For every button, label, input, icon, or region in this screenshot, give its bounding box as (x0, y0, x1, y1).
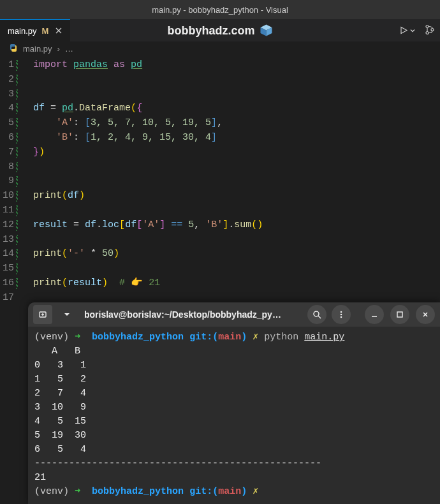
center-url-text: bobbyhadz.com (167, 24, 254, 37)
search-icon[interactable] (307, 305, 326, 324)
breadcrumb-more: … (65, 44, 73, 54)
line-number: 10 (0, 189, 14, 204)
tab-dropdown-button[interactable] (57, 305, 77, 324)
svg-rect-12 (397, 312, 402, 317)
tab-label: main.py (8, 26, 37, 36)
compare-icon[interactable] (425, 24, 435, 36)
window-titlebar: main.py - bobbyhadz_python - Visual (0, 0, 440, 19)
run-icon[interactable] (399, 26, 416, 35)
terminal-line: 21 (34, 471, 434, 485)
terminal-header: borislav@borislav:~/Desktop/bobbyhadz_py… (28, 302, 440, 327)
line-number: 15 (0, 262, 14, 276)
terminal-line: 3 10 9 (34, 401, 434, 415)
terminal-line: 6 5 4 (34, 443, 434, 457)
svg-point-7 (314, 311, 319, 316)
line-number: 7 (0, 145, 14, 160)
line-number: 4 (0, 101, 14, 116)
close-icon[interactable] (54, 26, 64, 36)
line-number: 3 (0, 87, 14, 102)
cube-icon (260, 24, 273, 37)
svg-point-10 (341, 316, 342, 318)
line-number: 9 (0, 174, 14, 189)
editor-tabs: main.py M bobbyhadz.com (0, 19, 440, 41)
chevron-right-icon: › (57, 44, 60, 54)
breadcrumb-file: main.py (23, 44, 52, 54)
line-number: 6 (0, 131, 14, 145)
maximize-button[interactable] (390, 305, 409, 324)
breadcrumb[interactable]: main.py › … (0, 41, 440, 56)
svg-point-8 (341, 311, 342, 313)
terminal-line: 5 19 30 (34, 429, 434, 443)
line-number: 17 (0, 291, 14, 306)
terminal-line: A B (34, 345, 434, 359)
line-gutter: 1 2 3 4 5 6 7 8 9 10 11 12 13 14 15 16 1… (0, 58, 19, 306)
terminal-title: borislav@borislav:~/Desktop/bobbyhadz_py… (82, 309, 302, 320)
terminal-line: ----------------------------------------… (34, 457, 434, 471)
code-body[interactable]: import pandas as pd df = pd.DataFrame({ … (19, 58, 263, 306)
line-number: 11 (0, 204, 14, 218)
line-number: 13 (0, 233, 14, 248)
svg-point-3 (426, 25, 429, 27)
editor-actions (399, 24, 435, 36)
menu-icon[interactable] (332, 305, 351, 324)
minimize-button[interactable] (365, 305, 384, 324)
line-number: 12 (0, 218, 14, 233)
terminal-line: 1 5 2 (34, 373, 434, 387)
line-number: 16 (0, 276, 14, 291)
terminal-line: 2 7 4 (34, 387, 434, 401)
center-url: bobbyhadz.com (167, 24, 272, 37)
terminal-body[interactable]: (venv) ➜ bobbyhadz_python git:(main) ✗ p… (28, 327, 440, 504)
line-number: 14 (0, 247, 14, 262)
code-editor[interactable]: 1 2 3 4 5 6 7 8 9 10 11 12 13 14 15 16 1… (0, 56, 440, 306)
terminal-line: 4 5 15 (34, 415, 434, 429)
close-button[interactable] (416, 305, 435, 324)
terminal-line: 0 3 1 (34, 359, 434, 373)
svg-point-4 (426, 31, 429, 34)
line-number: 1 (0, 58, 14, 73)
new-tab-button[interactable] (33, 305, 52, 324)
python-file-icon (9, 43, 18, 54)
terminal-line: (venv) ➜ bobbyhadz_python git:(main) ✗ (34, 485, 434, 499)
terminal-panel: borislav@borislav:~/Desktop/bobbyhadz_py… (28, 302, 440, 504)
svg-rect-11 (372, 316, 377, 317)
line-number: 5 (0, 116, 14, 131)
line-number: 8 (0, 160, 14, 175)
tab-main-py[interactable]: main.py M (0, 19, 70, 41)
line-number: 2 (0, 73, 14, 87)
svg-point-5 (431, 28, 434, 31)
window-title: main.py - bobbyhadz_python - Visual (152, 5, 288, 15)
tab-modified-badge: M (42, 26, 49, 36)
svg-point-9 (341, 314, 342, 316)
terminal-line: (venv) ➜ bobbyhadz_python git:(main) ✗ p… (34, 330, 434, 345)
